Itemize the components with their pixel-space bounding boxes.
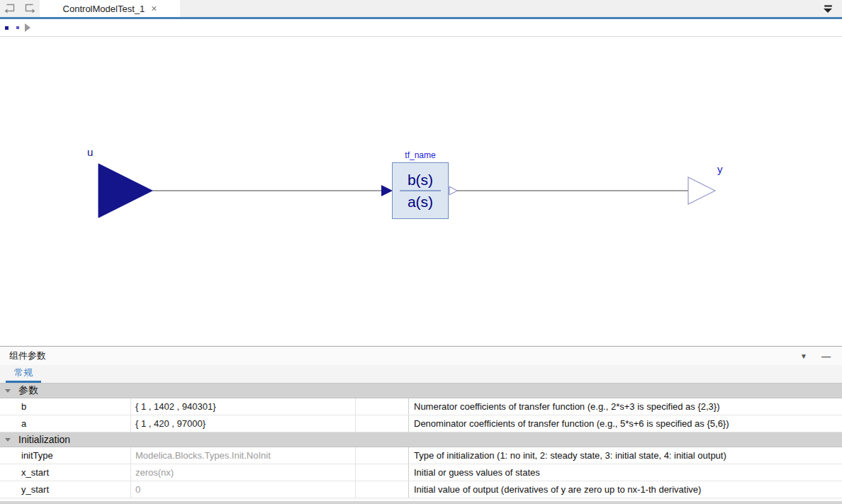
param-unit [356, 464, 409, 481]
tab-list-menu-button[interactable] [814, 0, 842, 17]
breadcrumb-bar [0, 19, 842, 37]
param-name: y_start [0, 481, 131, 498]
param-unit [356, 398, 409, 415]
chevron-down-icon [824, 9, 832, 13]
collapse-arrow-icon [5, 438, 11, 442]
param-row-b: b { 1 , 1402 , 940301} Numerator coeffic… [0, 398, 842, 415]
tab-bar: ControlModelTest_1 × [0, 0, 842, 17]
param-row-a: a { 1 , 420 , 97000} Denominator coeffic… [0, 415, 842, 432]
param-name: x_start [0, 464, 131, 481]
tab-close-icon[interactable]: × [151, 4, 157, 13]
param-row-inittype: initType Modelica.Blocks.Types.Init.NoIn… [0, 447, 842, 464]
param-description: Denominator coefficients of transfer fun… [409, 415, 842, 432]
parameter-table: 参数 b { 1 , 1402 , 940301} Numerator coef… [0, 383, 842, 504]
param-value-field[interactable]: zeros(nx) [131, 464, 356, 481]
table-empty-area [0, 498, 842, 504]
transfer-function-block[interactable]: b(s) a(s) [392, 162, 449, 219]
panel-tab-bar: 常规 [0, 365, 842, 383]
section-header-initialization[interactable]: Initialization [0, 432, 842, 447]
param-row-y-start: y_start 0 Initial value of output (deriv… [0, 481, 842, 498]
app-window: ControlModelTest_1 × u tf_name b(s) a( [0, 0, 842, 504]
breadcrumb-root-icon[interactable] [5, 26, 9, 30]
tab-controlmodeltest-1[interactable]: ControlModelTest_1 × [40, 0, 180, 17]
param-description: Initial value of output (derivatives of … [409, 481, 842, 498]
param-row-x-start: x_start zeros(nx) Initial or guess value… [0, 464, 842, 481]
input-connector-u[interactable] [99, 164, 152, 218]
breadcrumb-expand-icon[interactable] [25, 23, 30, 32]
numerator-text: b(s) [408, 171, 433, 189]
tab-menu-bar-icon [824, 5, 832, 7]
panel-header: 组件参数 ▼ — [0, 347, 842, 365]
param-name: initType [0, 447, 131, 464]
param-unit [356, 447, 409, 464]
param-description: Numerator coefficients of transfer funct… [409, 398, 842, 415]
fraction-divider [400, 190, 441, 191]
breadcrumb-item-icon[interactable] [16, 26, 19, 29]
param-value-field[interactable]: 0 [131, 481, 356, 498]
param-value-field[interactable]: Modelica.Blocks.Types.Init.NoInit [131, 447, 356, 464]
panel-title: 组件参数 [9, 349, 46, 362]
tab-bar-spacer [180, 0, 814, 17]
section-label: 参数 [18, 384, 38, 397]
nav-back-button[interactable] [0, 0, 20, 17]
component-parameter-panel: 组件参数 ▼ — 常规 参数 b { 1 , 1402 , 940301} Nu… [0, 346, 842, 504]
forward-page-icon [23, 3, 36, 14]
param-name: b [0, 398, 131, 415]
denominator-text: a(s) [408, 193, 433, 211]
param-value-field[interactable]: { 1 , 420 , 97000} [131, 415, 356, 432]
block-input-port-icon [381, 185, 393, 196]
output-connector-y[interactable] [688, 177, 715, 204]
section-label: Initialization [18, 434, 70, 445]
tab-title: ControlModelTest_1 [63, 4, 145, 14]
collapse-arrow-icon [5, 389, 11, 393]
param-unit [356, 415, 409, 432]
tab-general[interactable]: 常规 [6, 366, 41, 383]
panel-collapse-icon[interactable]: ▼ [800, 352, 807, 360]
param-name: a [0, 415, 131, 432]
param-description: Initial or guess values of states [409, 464, 842, 481]
param-description: Type of initialization (1: no init, 2: s… [409, 447, 842, 464]
param-unit [356, 481, 409, 498]
panel-minimize-icon[interactable]: — [821, 351, 831, 362]
block-output-port-icon [449, 186, 457, 195]
input-label: u [87, 146, 93, 158]
block-instance-name: tf_name [392, 150, 449, 160]
nav-forward-button[interactable] [20, 0, 40, 17]
output-label: y [717, 163, 723, 175]
diagram-canvas[interactable]: u tf_name b(s) a(s) y [0, 37, 842, 346]
back-page-icon [4, 3, 16, 14]
param-value-field[interactable]: { 1 , 1402 , 940301} [131, 398, 356, 415]
section-header-parameters[interactable]: 参数 [0, 383, 842, 398]
